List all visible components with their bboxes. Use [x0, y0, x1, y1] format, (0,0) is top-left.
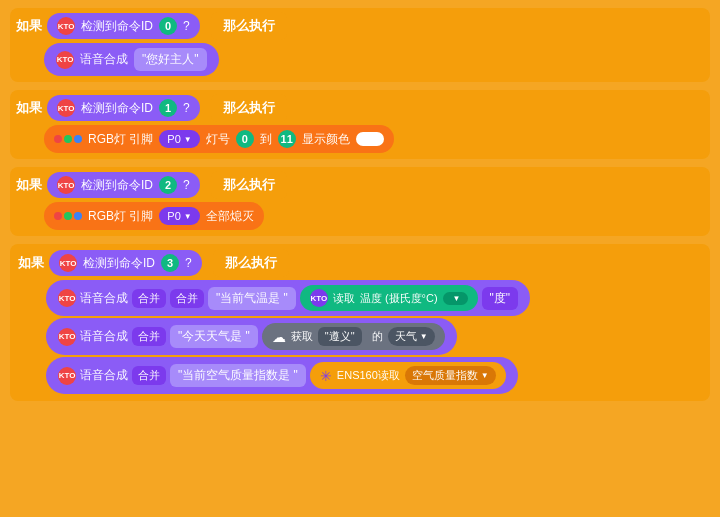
weather-arrow: ▼ [420, 332, 428, 341]
read-block-3a: KTO 读取 温度 (摄氏度°C) ▼ [300, 285, 478, 311]
ens-dropdown[interactable]: 空气质量指数 ▼ [405, 366, 496, 385]
merge-tag-3b: 合并 [132, 327, 166, 346]
speech-block-3b: KTO 语音合成 合并 "今天天气是 " ☁ 获取 "遵义" 的 天气 ▼ [46, 318, 457, 355]
speech-label-3b: 语音合成 [80, 328, 128, 345]
pin-arrow-1: ▼ [184, 135, 192, 144]
ens-dropdown-text: 空气质量指数 [412, 368, 478, 383]
if-label-3: 如果 [18, 254, 44, 272]
if-label-0: 如果 [16, 17, 42, 35]
speech-block-3a: KTO 语音合成 合并 合并 "当前气温是 " KTO 读取 温度 (摄氏度°C… [46, 280, 530, 316]
degree-block: "度" [482, 287, 519, 310]
speech-label-0: 语音合成 [80, 51, 128, 68]
speech-block-3c: KTO 语音合成 合并 "当前空气质量指数是 " ✳ ENS160读取 空气质量… [46, 357, 518, 394]
kto-badge-2: KTO [57, 176, 75, 194]
if-label-1: 如果 [16, 99, 42, 117]
lamp-from[interactable]: 0 [236, 130, 254, 148]
section-2: 如果 KTO 检测到命令ID 2 ? 那么执行 RGB灯 引脚 [10, 167, 710, 236]
then-block-3: 那么执行 [213, 249, 289, 277]
if-row-0: 如果 KTO 检测到命令ID 0 ? 那么执行 [16, 12, 704, 40]
inner-3b: KTO 语音合成 合并 "今天天气是 " ☁ 获取 "遵义" 的 天气 ▼ [46, 318, 702, 355]
question-0: ? [183, 19, 190, 33]
section-1: 如果 KTO 检测到命令ID 1 ? 那么执行 RGB灯 引脚 [10, 90, 710, 159]
if-container-2: 如果 KTO 检测到命令ID 2 ? 那么执行 RGB灯 引脚 [10, 167, 710, 236]
cmd-id-1[interactable]: 1 [159, 99, 177, 117]
lamp-no-label: 灯号 [206, 131, 230, 148]
sensor-dropdown-3a[interactable]: ▼ [443, 292, 468, 305]
speech-text-0: "您好主人" [134, 48, 207, 71]
section-3: 如果 KTO 检测到命令ID 3 ? 那么执行 KTO 语音合成 合并 合并 "… [10, 244, 710, 401]
city-block: "遵义" [318, 327, 362, 346]
kto-badge-1: KTO [57, 99, 75, 117]
speech-label-3a: 语音合成 [80, 290, 128, 307]
then-block-2: 那么执行 [211, 171, 287, 199]
get-label: 获取 [291, 329, 313, 344]
temp-string: "当前气温是 " [208, 287, 296, 310]
weather-string: "今天天气是 " [170, 325, 258, 348]
rgb-label-2: RGB灯 引脚 [88, 208, 153, 225]
rgb-dot-b [74, 135, 82, 143]
weather-dropdown[interactable]: 天气 ▼ [388, 327, 435, 346]
cmd-id-2[interactable]: 2 [159, 176, 177, 194]
question-1: ? [183, 101, 190, 115]
rgb-dot-g2 [64, 212, 72, 220]
aqi-string: "当前空气质量指数是 " [170, 364, 306, 387]
rgb-block-2: RGB灯 引脚 P0 ▼ 全部熄灭 [44, 202, 264, 230]
kto-badge-s3a: KTO [58, 289, 76, 307]
inner-0: KTO 语音合成 "您好主人" [44, 43, 704, 76]
kto-badge-3: KTO [59, 254, 77, 272]
rgb-icon-2 [54, 212, 82, 220]
if-container-3: 如果 KTO 检测到命令ID 3 ? 那么执行 KTO 语音合成 合并 合并 "… [10, 244, 710, 401]
kto-badge-r3a: KTO [310, 289, 328, 307]
rgb-dot-g [64, 135, 72, 143]
detect-block-0: KTO 检测到命令ID 0 ? [47, 13, 200, 39]
kto-badge-s3c: KTO [58, 367, 76, 385]
kto-badge-s3b: KTO [58, 328, 76, 346]
if-container-0: 如果 KTO 检测到命令ID 0 ? 那么执行 KTO 语音合成 "您好主人" [10, 8, 710, 82]
weather-block-3b: ☁ 获取 "遵义" 的 天气 ▼ [262, 323, 445, 350]
sensor-arrow: ▼ [453, 294, 461, 303]
question-2: ? [183, 178, 190, 192]
if-container-1: 如果 KTO 检测到命令ID 1 ? 那么执行 RGB灯 引脚 [10, 90, 710, 159]
detect-text-0: 检测到命令ID [81, 18, 153, 35]
rgb-dot-b2 [74, 212, 82, 220]
merge-tag-3c: 合并 [132, 366, 166, 385]
detect-text-1: 检测到命令ID [81, 100, 153, 117]
blocks-container: 如果 KTO 检测到命令ID 0 ? 那么执行 KTO 语音合成 "您好主人" [0, 0, 720, 517]
color-toggle[interactable] [356, 132, 384, 146]
to-label: 到 [260, 131, 272, 148]
speech-label-3c: 语音合成 [80, 367, 128, 384]
detect-block-1: KTO 检测到命令ID 1 ? [47, 95, 200, 121]
ens-icon: ✳ [320, 368, 332, 384]
rgb-label-1: RGB灯 引脚 [88, 131, 153, 148]
read-label-3a: 读取 [333, 291, 355, 306]
pin-dropdown-1[interactable]: P0 ▼ [159, 130, 199, 148]
pin-dropdown-2[interactable]: P0 ▼ [159, 207, 199, 225]
cloud-icon: ☁ [272, 329, 286, 345]
ens-read-label: ENS160读取 [337, 368, 400, 383]
if-label-2: 如果 [16, 176, 42, 194]
inner-3a: KTO 语音合成 合并 合并 "当前气温是 " KTO 读取 温度 (摄氏度°C… [46, 280, 702, 316]
rgb-icon-1 [54, 135, 82, 143]
section-0: 如果 KTO 检测到命令ID 0 ? 那么执行 KTO 语音合成 "您好主人" [10, 8, 710, 82]
cmd-id-0[interactable]: 0 [159, 17, 177, 35]
speech-block-0: KTO 语音合成 "您好主人" [44, 43, 219, 76]
then-block-0: 那么执行 [211, 12, 287, 40]
ens-block-3c: ✳ ENS160读取 空气质量指数 ▼ [310, 362, 506, 389]
inner-3c: KTO 语音合成 合并 "当前空气质量指数是 " ✳ ENS160读取 空气质量… [46, 357, 702, 394]
weather-text: 的 [372, 329, 383, 344]
pin-arrow-2: ▼ [184, 212, 192, 221]
kto-badge-s0: KTO [56, 51, 74, 69]
cmd-id-3[interactable]: 3 [161, 254, 179, 272]
detect-block-3: KTO 检测到命令ID 3 ? [49, 250, 202, 276]
lamp-to[interactable]: 11 [278, 130, 296, 148]
rgb-dot-r [54, 135, 62, 143]
if-row-2: 如果 KTO 检测到命令ID 2 ? 那么执行 [16, 171, 704, 199]
inner-1: RGB灯 引脚 P0 ▼ 灯号 0 到 11 显示颜色 [44, 125, 704, 153]
kto-text-0: KTO [58, 22, 75, 31]
weather-dropdown-text: 天气 [395, 329, 417, 344]
merge-tag-3a2: 合并 [170, 289, 204, 308]
merge-tag-3a: 合并 [132, 289, 166, 308]
inner-2: RGB灯 引脚 P0 ▼ 全部熄灭 [44, 202, 704, 230]
detect-text-3: 检测到命令ID [83, 255, 155, 272]
if-row-1: 如果 KTO 检测到命令ID 1 ? 那么执行 [16, 94, 704, 122]
